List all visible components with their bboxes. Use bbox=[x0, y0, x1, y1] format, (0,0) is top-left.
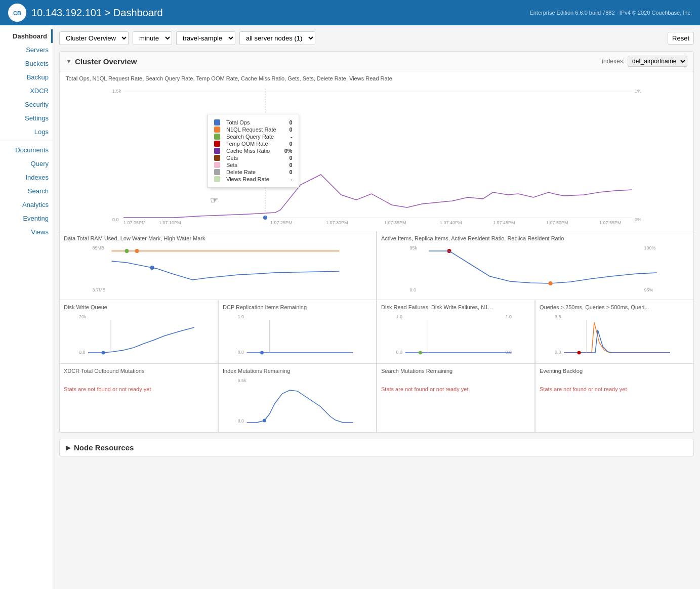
tooltip-value-1: 0 bbox=[282, 119, 293, 125]
sidebar-item-servers[interactable]: Servers bbox=[0, 43, 53, 57]
tooltip-color-3 bbox=[214, 134, 220, 140]
dcp-svg: 1.0 0.0 1:07:30PM 1:08PM bbox=[223, 312, 372, 358]
queries-svg: 3.5 0.0 1:07:30PM 1:08PM bbox=[540, 312, 689, 358]
tooltip-label-3: Search Query Rate bbox=[226, 134, 276, 140]
app-layout: Dashboard Servers Buckets Backup XDCR Se… bbox=[0, 25, 700, 589]
view-select[interactable]: Cluster Overview Server Overview bbox=[59, 31, 129, 45]
tooltip-value-5: 0% bbox=[282, 148, 293, 154]
svg-text:1.0: 1.0 bbox=[506, 314, 512, 319]
svg-text:1:07:50PM: 1:07:50PM bbox=[546, 220, 568, 225]
tooltip-label-9: Views Read Rate bbox=[226, 176, 276, 182]
svg-text:1:08PM: 1:08PM bbox=[491, 357, 507, 358]
svg-text:100%: 100% bbox=[644, 245, 656, 250]
sidebar-item-documents[interactable]: Documents bbox=[0, 143, 53, 157]
node-resources-header[interactable]: ▶ Node Resources bbox=[60, 439, 693, 456]
sidebar-item-backup[interactable]: Backup bbox=[0, 70, 53, 84]
svg-text:20k: 20k bbox=[79, 314, 87, 319]
tooltip-value-6: 0 bbox=[282, 155, 293, 161]
tooltip-label-1: Total Ops bbox=[226, 119, 276, 125]
tooltip-value-9: - bbox=[282, 176, 293, 182]
charts-row-bottom: XDCR Total Outbound Mutations Stats are … bbox=[60, 363, 693, 432]
tooltip-color-5 bbox=[214, 148, 220, 154]
svg-text:1:07:25PM: 1:07:25PM bbox=[270, 220, 293, 225]
sidebar-item-dashboard[interactable]: Dashboard bbox=[0, 29, 53, 43]
reset-button[interactable]: Reset bbox=[668, 32, 694, 45]
charts-row-2: Data Total RAM Used, Low Water Mark, Hig… bbox=[60, 231, 693, 300]
svg-text:1.0: 1.0 bbox=[396, 314, 403, 319]
sidebar-item-search[interactable]: Search bbox=[0, 184, 53, 198]
xdcr-no-data: Stats are not found or not ready yet bbox=[64, 376, 214, 402]
node-resources-section: ▶ Node Resources bbox=[59, 439, 694, 456]
svg-text:1:07:30PM: 1:07:30PM bbox=[83, 357, 105, 358]
svg-text:1:07:45PM: 1:07:45PM bbox=[293, 426, 315, 427]
sidebar-item-eventing[interactable]: Eventing bbox=[0, 212, 53, 225]
svg-point-56 bbox=[419, 351, 422, 355]
sidebar-item-analytics[interactable]: Analytics bbox=[0, 198, 53, 212]
ram-chart: Data Total RAM Used, Low Water Mark, Hig… bbox=[60, 231, 377, 300]
sidebar: Dashboard Servers Buckets Backup XDCR Se… bbox=[0, 25, 53, 589]
sidebar-item-settings[interactable]: Settings bbox=[0, 111, 53, 125]
queries-chart: Queries > 250ms, Queries > 500ms, Queri.… bbox=[535, 300, 693, 363]
tooltip-color-7 bbox=[214, 162, 220, 168]
queries-title: Queries > 250ms, Queries > 500ms, Queri.… bbox=[540, 304, 689, 310]
svg-point-67 bbox=[263, 419, 266, 423]
tooltip-row: N1QL Request Rate 0 bbox=[214, 127, 293, 133]
section-title-group: ▼ Cluster Overview bbox=[66, 57, 137, 66]
tooltip-label-7: Sets bbox=[226, 162, 276, 168]
svg-text:35k: 35k bbox=[410, 245, 418, 250]
svg-text:0.0: 0.0 bbox=[506, 350, 512, 355]
sidebar-item-xdcr[interactable]: XDCR bbox=[0, 84, 53, 98]
bucket-select[interactable]: travel-sample beer-sample bbox=[176, 31, 235, 45]
cluster-overview-title: Cluster Overview bbox=[75, 57, 137, 66]
svg-text:85MB: 85MB bbox=[93, 245, 105, 250]
eventing-chart: Eventing Backlog Stats are not found or … bbox=[535, 364, 693, 432]
nodes-select[interactable]: all server nodes (1) bbox=[239, 31, 315, 45]
search-mutations-title: Search Mutations Remaining bbox=[381, 368, 530, 374]
sidebar-item-logs[interactable]: Logs bbox=[0, 125, 53, 139]
page-title: 10.143.192.101 > Dashboard bbox=[31, 7, 163, 19]
cluster-overview-section: ▼ Cluster Overview indexes: def_airportn… bbox=[59, 51, 694, 433]
header-left: CB 10.143.192.101 > Dashboard bbox=[8, 4, 163, 22]
sidebar-item-indexes[interactable]: Indexes bbox=[0, 171, 53, 184]
tooltip-row: Sets 0 bbox=[214, 162, 293, 168]
svg-text:1:07:55PM: 1:07:55PM bbox=[599, 220, 622, 225]
time-select[interactable]: minute hour day bbox=[133, 31, 172, 45]
svg-text:1:07:30PM: 1:07:30PM bbox=[559, 357, 581, 358]
svg-text:1:07:05PM: 1:07:05PM bbox=[123, 220, 146, 225]
svg-text:1:07:40PM: 1:07:40PM bbox=[440, 220, 462, 225]
tooltip-value-3: - bbox=[282, 134, 293, 140]
xdcr-chart: XDCR Total Outbound Mutations Stats are … bbox=[60, 364, 218, 432]
svg-text:CB: CB bbox=[13, 10, 21, 16]
sidebar-item-buckets[interactable]: Buckets bbox=[0, 57, 53, 70]
tooltip-row: Search Query Rate - bbox=[214, 134, 293, 140]
svg-text:1:08PM: 1:08PM bbox=[174, 357, 190, 358]
tooltip-color-9 bbox=[214, 176, 220, 182]
tooltip-row: Delete Rate 0 bbox=[214, 169, 293, 175]
svg-text:1:07:35PM: 1:07:35PM bbox=[384, 220, 406, 225]
eventing-no-data: Stats are not found or not ready yet bbox=[540, 376, 689, 402]
index-mutations-chart: Index Mutations Remaining 6.5k 0.0 1:07:… bbox=[218, 364, 377, 432]
chart-tooltip: Total Ops 0 N1QL Request Rate 0 Search Q… bbox=[208, 114, 299, 188]
svg-point-22 bbox=[125, 249, 129, 253]
svg-text:0.0: 0.0 bbox=[238, 350, 244, 355]
tooltip-color-6 bbox=[214, 155, 220, 161]
active-items-svg: 35k 0.0 100% 95% 1:07:15PM 1:07:30PM 1:0… bbox=[381, 243, 689, 294]
svg-text:1:08PM: 1:08PM bbox=[333, 357, 349, 358]
svg-point-48 bbox=[260, 351, 264, 355]
disk-failures-title: Disk Read Failures, Disk Write Failures,… bbox=[381, 304, 530, 310]
indexes-select[interactable]: def_airportname bbox=[628, 56, 687, 67]
collapse-button[interactable]: ▼ bbox=[66, 58, 72, 65]
tooltip-label-2: N1QL Request Rate bbox=[226, 127, 276, 133]
tooltip-color-8 bbox=[214, 169, 220, 175]
svg-point-42 bbox=[102, 351, 105, 355]
index-mutations-title: Index Mutations Remaining bbox=[223, 368, 372, 374]
sidebar-item-views[interactable]: Views bbox=[0, 225, 53, 239]
sidebar-item-security[interactable]: Security bbox=[0, 98, 53, 111]
sidebar-item-query[interactable]: Query bbox=[0, 157, 53, 171]
disk-failures-svg: 1.0 0.0 1.0 0.0 1:07:30PM 1:08PM bbox=[381, 312, 530, 358]
indexes-group: indexes: def_airportname bbox=[602, 56, 687, 67]
tooltip-color-4 bbox=[214, 141, 220, 147]
tooltip-label-5: Cache Miss Ratio bbox=[226, 148, 276, 154]
svg-text:0%: 0% bbox=[635, 217, 641, 222]
svg-text:1:07:45PM: 1:07:45PM bbox=[493, 220, 515, 225]
